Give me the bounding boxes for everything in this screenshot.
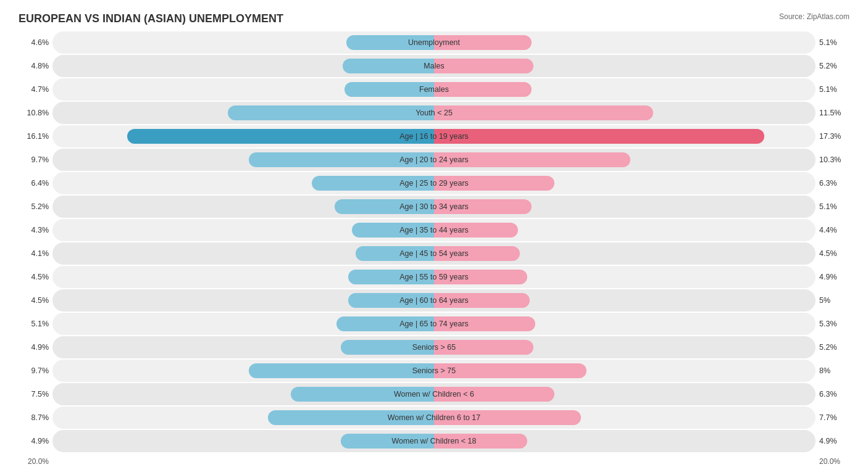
chart-row: 10.8%Youth < 2511.5% bbox=[19, 102, 849, 124]
pink-bar bbox=[434, 410, 581, 425]
inner-right bbox=[434, 407, 816, 429]
inner-left bbox=[52, 336, 434, 358]
inner-right bbox=[434, 219, 816, 241]
blue-bar bbox=[249, 152, 434, 167]
left-value: 4.9% bbox=[19, 437, 52, 445]
blue-bar bbox=[335, 199, 434, 214]
left-value: 5.2% bbox=[19, 202, 52, 211]
pink-bar bbox=[434, 82, 532, 97]
left-value: 4.6% bbox=[19, 38, 52, 47]
inner-left bbox=[52, 102, 434, 124]
inner-left bbox=[52, 407, 434, 429]
inner-left bbox=[52, 219, 434, 241]
bar-container: Age | 20 to 24 years bbox=[52, 149, 816, 171]
right-value: 11.5% bbox=[816, 109, 849, 117]
bar-container: Age | 65 to 74 years bbox=[52, 313, 816, 335]
right-value: 6.3% bbox=[816, 179, 849, 188]
bar-container: Age | 45 to 54 years bbox=[52, 242, 816, 265]
right-value: 4.9% bbox=[816, 273, 849, 281]
inner-left bbox=[52, 55, 434, 77]
inner-right bbox=[434, 196, 816, 218]
pink-bar bbox=[434, 59, 533, 73]
chart-row: 9.7%Seniors > 758% bbox=[19, 360, 849, 382]
left-value: 4.1% bbox=[19, 249, 52, 258]
bar-container: Age | 25 to 29 years bbox=[52, 172, 816, 194]
chart-row: 4.9%Women w/ Children < 184.9% bbox=[19, 430, 849, 452]
chart-row: 4.5%Age | 55 to 59 years4.9% bbox=[19, 266, 849, 288]
pink-bar bbox=[434, 270, 527, 284]
bar-container: Age | 55 to 59 years bbox=[52, 266, 816, 288]
blue-bar bbox=[348, 293, 434, 308]
left-value: 9.7% bbox=[19, 155, 52, 164]
inner-right bbox=[434, 266, 816, 288]
right-value: 7.7% bbox=[816, 413, 849, 422]
left-value: 8.7% bbox=[19, 413, 52, 422]
chart-source: Source: ZipAtlas.com bbox=[779, 12, 849, 21]
pink-bar bbox=[434, 387, 554, 402]
left-value: 4.7% bbox=[19, 85, 52, 94]
inner-left bbox=[52, 196, 434, 218]
blue-bar bbox=[341, 340, 434, 355]
pink-bar bbox=[434, 129, 764, 144]
blue-bar bbox=[249, 363, 434, 378]
bar-container: Seniors > 75 bbox=[52, 360, 816, 382]
blue-bar bbox=[312, 176, 434, 191]
right-value: 17.3% bbox=[816, 132, 849, 141]
right-value: 6.3% bbox=[816, 390, 849, 399]
inner-left bbox=[52, 78, 434, 101]
inner-left bbox=[52, 172, 434, 194]
inner-right bbox=[434, 102, 816, 124]
chart-row: 4.9%Seniors > 655.2% bbox=[19, 336, 849, 358]
right-value: 4.9% bbox=[816, 437, 849, 445]
chart-row: 5.2%Age | 30 to 34 years5.1% bbox=[19, 196, 849, 218]
blue-bar bbox=[228, 105, 434, 120]
bar-container: Age | 60 to 64 years bbox=[52, 289, 816, 312]
pink-bar bbox=[434, 105, 653, 120]
pink-bar bbox=[434, 316, 535, 331]
chart-container: EUROPEAN VS INDIAN (ASIAN) UNEMPLOYMENT … bbox=[0, 0, 868, 467]
inner-right bbox=[434, 360, 816, 382]
right-value: 8% bbox=[816, 366, 849, 375]
right-value: 4.4% bbox=[816, 226, 849, 234]
inner-left bbox=[52, 266, 434, 288]
bar-container: Women w/ Children < 6 bbox=[52, 383, 816, 405]
inner-right bbox=[434, 313, 816, 335]
bar-container: Women w/ Children < 18 bbox=[52, 430, 816, 452]
blue-bar bbox=[341, 434, 434, 448]
inner-right bbox=[434, 336, 816, 358]
inner-left bbox=[52, 383, 434, 405]
pink-bar bbox=[434, 199, 532, 214]
right-value: 5.1% bbox=[816, 38, 849, 47]
chart-row: 7.5%Women w/ Children < 66.3% bbox=[19, 383, 849, 405]
right-value: 5.1% bbox=[816, 202, 849, 211]
inner-right bbox=[434, 430, 816, 452]
right-value: 5.2% bbox=[816, 343, 849, 352]
pink-bar bbox=[434, 363, 586, 378]
left-value: 10.8% bbox=[19, 109, 52, 117]
blue-bar bbox=[356, 246, 434, 261]
inner-left bbox=[52, 430, 434, 452]
chart-row: 4.8%Males5.2% bbox=[19, 55, 849, 77]
blue-bar bbox=[291, 387, 434, 402]
blue-bar bbox=[343, 59, 434, 73]
left-value: 4.9% bbox=[19, 343, 52, 352]
right-value: 5.3% bbox=[816, 320, 849, 328]
pink-bar bbox=[434, 35, 532, 50]
inner-right bbox=[434, 149, 816, 171]
right-value: 4.5% bbox=[816, 249, 849, 258]
left-value: 7.5% bbox=[19, 390, 52, 399]
pink-bar bbox=[434, 434, 527, 448]
chart-row: 9.7%Age | 20 to 24 years10.3% bbox=[19, 149, 849, 171]
left-value: 4.3% bbox=[19, 226, 52, 234]
bar-container: Age | 35 to 44 years bbox=[52, 219, 816, 241]
left-value: 4.5% bbox=[19, 273, 52, 281]
inner-right bbox=[434, 289, 816, 312]
inner-right bbox=[434, 383, 816, 405]
axis-row: 20.0% 20.0% bbox=[19, 457, 849, 466]
inner-left bbox=[52, 289, 434, 312]
right-value: 10.3% bbox=[816, 155, 849, 164]
bar-container: Females bbox=[52, 78, 816, 101]
blue-bar bbox=[352, 223, 434, 238]
inner-right bbox=[434, 242, 816, 265]
inner-left bbox=[52, 313, 434, 335]
